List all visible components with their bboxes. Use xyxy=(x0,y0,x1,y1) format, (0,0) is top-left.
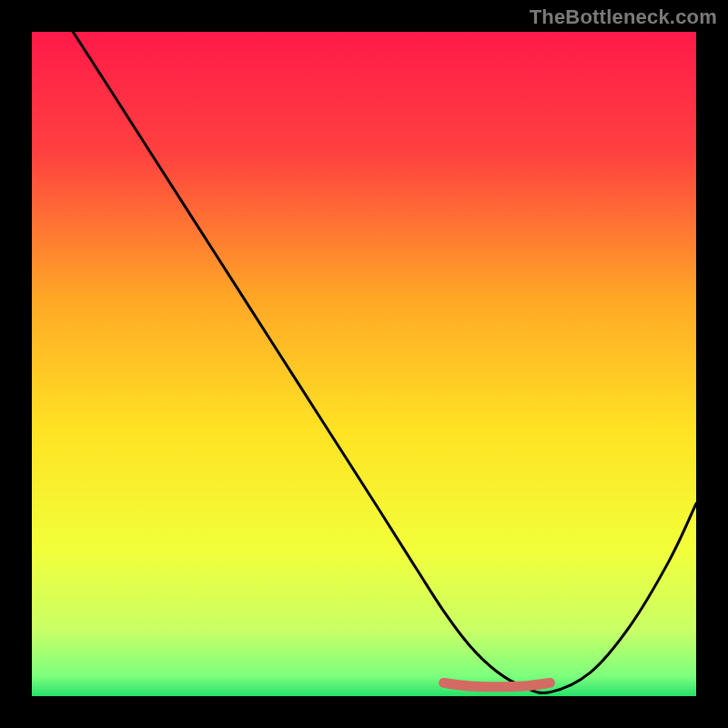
gradient-background xyxy=(32,32,696,696)
optimal-band-marker xyxy=(444,682,551,686)
chart-svg xyxy=(32,32,696,696)
watermark-text: TheBottleneck.com xyxy=(530,5,717,29)
chart-frame: TheBottleneck.com xyxy=(0,0,728,728)
plot-area xyxy=(32,32,696,696)
